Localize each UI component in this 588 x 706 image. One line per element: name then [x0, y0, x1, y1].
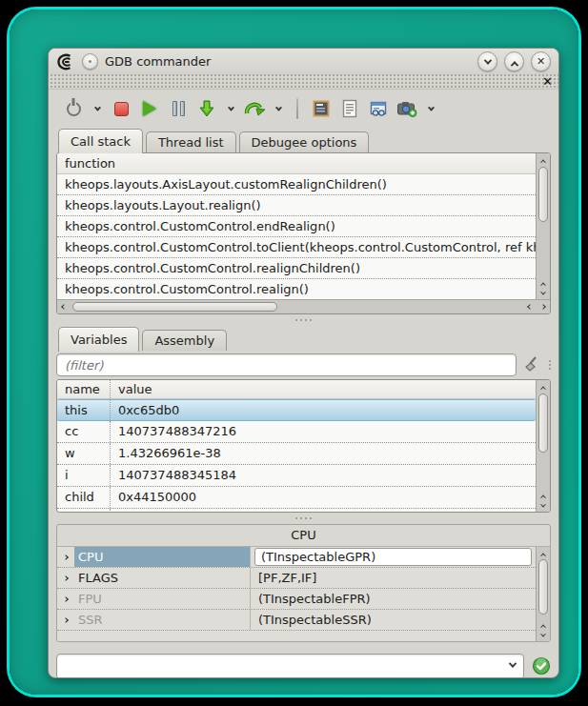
cpu-inspector-panel: CPU CPU(TInspectableGPR)FLAGS[PF,ZF,IF]F…: [56, 524, 551, 642]
variables-vscrollbar[interactable]: [536, 380, 550, 512]
scroll-thumb[interactable]: [72, 302, 277, 312]
gdb-command-combobox[interactable]: [56, 654, 524, 679]
callstack-tabbar: Call stackThread listDebugee options: [49, 128, 558, 152]
table-row[interactable]: CPU(TInspectableGPR): [57, 547, 536, 568]
tab-thread-list[interactable]: Thread list: [146, 131, 236, 152]
column-header-name[interactable]: name: [57, 380, 111, 398]
table-row[interactable]: FPU(TInspectableFPR): [57, 589, 536, 610]
expand-chevron-icon[interactable]: [57, 618, 74, 622]
dock-handle[interactable]: ✕: [49, 74, 558, 90]
camera-icon: [396, 99, 417, 118]
scroll-down-icon[interactable]: [537, 630, 550, 641]
table-row[interactable]: this0xc65db0: [57, 399, 536, 421]
close-button[interactable]: ✕: [531, 51, 551, 71]
table-row[interactable]: kheops.layouts.AxisLayout.customRealignC…: [57, 174, 536, 195]
cpu-vscrollbar[interactable]: [536, 547, 550, 641]
gdb-command-input[interactable]: [65, 658, 510, 675]
memory-view-button[interactable]: [310, 97, 333, 120]
pin-button[interactable]: [82, 53, 98, 70]
combobox-dropdown-icon[interactable]: [509, 659, 517, 667]
splitter-handle[interactable]: [49, 314, 558, 326]
scroll-right-icon[interactable]: [537, 301, 550, 313]
unshade-button[interactable]: [504, 51, 524, 71]
power-button[interactable]: [62, 97, 85, 120]
callstack-view: function kheops.layouts.AxisLayout.custo…: [57, 153, 536, 299]
scroll-thumb[interactable]: [538, 559, 548, 615]
callstack-hscrollbar[interactable]: [57, 299, 550, 313]
tab-variables[interactable]: Variables: [58, 327, 139, 352]
toolbar-separator: [296, 98, 298, 119]
table-row[interactable]: kheops.control.CustomControl.realignChil…: [57, 258, 536, 279]
column-header-value[interactable]: value: [111, 380, 152, 398]
window-title: GDB commander: [105, 54, 211, 69]
register-group-name: CPU: [74, 547, 251, 567]
table-row[interactable]: child0x44150000: [57, 487, 536, 509]
shade-button[interactable]: [477, 51, 497, 71]
step-over-dropdown-icon[interactable]: [272, 97, 285, 120]
log-button[interactable]: [338, 97, 361, 120]
variables-tabbar: VariablesAssembly: [49, 326, 558, 351]
execute-command-button[interactable]: [532, 656, 551, 676]
tab-call-stack[interactable]: Call stack: [58, 129, 143, 153]
table-row[interactable]: cc140737488347216: [57, 421, 536, 443]
variable-name: i: [57, 465, 111, 486]
table-row[interactable]: kheops.control.CustomControl.toClient(kh…: [57, 237, 536, 258]
table-row[interactable]: b1.43266961e-38: [57, 509, 536, 512]
scroll-thumb[interactable]: [538, 167, 548, 222]
table-row[interactable]: SSR(TInspectableSSR): [57, 610, 536, 631]
variable-value: 140737488347216: [111, 421, 236, 442]
scroll-up-icon[interactable]: [537, 547, 550, 558]
stop-button[interactable]: [110, 97, 132, 120]
variables-column-headers[interactable]: name value: [57, 380, 536, 399]
step-into-button[interactable]: [195, 97, 218, 120]
register-group-value[interactable]: (TInspectableGPR): [254, 548, 532, 566]
table-row[interactable]: kheops.control.CustomControl.endRealign(…: [57, 216, 536, 237]
dock-close-icon[interactable]: ✕: [542, 74, 553, 90]
scroll-up-icon[interactable]: [537, 489, 550, 500]
table-row[interactable]: w1.43266961e-38: [57, 443, 536, 465]
expand-chevron-icon[interactable]: [57, 555, 74, 559]
tab-debugee-options[interactable]: Debugee options: [239, 131, 370, 152]
scroll-left-icon[interactable]: [57, 301, 71, 313]
filter-row: [49, 351, 558, 379]
variable-value: 140737488345184: [111, 465, 236, 486]
callstack-panel: function kheops.layouts.AxisLayout.custo…: [56, 152, 551, 314]
watches-button[interactable]: [367, 97, 390, 120]
scroll-down-icon[interactable]: [537, 288, 550, 299]
expand-chevron-icon[interactable]: [57, 597, 74, 601]
callstack-column-header[interactable]: function: [57, 153, 536, 174]
variable-name: this: [57, 400, 111, 420]
debug-toolbar: [49, 90, 558, 128]
scroll-down-icon[interactable]: [537, 500, 550, 512]
snapshot-button[interactable]: [395, 97, 418, 120]
variable-name: child: [57, 487, 111, 508]
table-row[interactable]: kheops.layouts.Layout.realign(): [57, 195, 536, 216]
expand-chevron-icon[interactable]: [57, 576, 74, 580]
table-row[interactable]: FLAGS[PF,ZF,IF]: [57, 568, 536, 589]
snapshot-dropdown-icon[interactable]: [424, 97, 437, 120]
run-button[interactable]: [138, 97, 161, 120]
scroll-up-icon[interactable]: [537, 380, 550, 392]
clear-filter-broom-icon[interactable]: [522, 355, 541, 374]
resize-grip[interactable]: [549, 360, 551, 370]
register-group-name: FLAGS: [74, 568, 251, 588]
scroll-left-icon[interactable]: [523, 301, 537, 313]
callstack-vscrollbar[interactable]: [536, 153, 550, 299]
splitter-handle[interactable]: [49, 513, 558, 524]
titlebar: GDB commander ✕: [49, 49, 558, 74]
step-into-dropdown-icon[interactable]: [224, 97, 237, 120]
table-row[interactable]: kheops.control.CustomControl.realign(): [57, 279, 536, 299]
variables-view: name value this0xc65db0cc140737488347216…: [57, 380, 536, 512]
watches-icon: [369, 99, 388, 118]
table-row[interactable]: i140737488345184: [57, 465, 536, 487]
scroll-up-icon[interactable]: [537, 618, 550, 630]
scroll-up-icon[interactable]: [537, 153, 550, 165]
power-dropdown-icon[interactable]: [91, 97, 104, 120]
tab-assembly[interactable]: Assembly: [142, 330, 227, 351]
scroll-thumb[interactable]: [538, 393, 548, 453]
variable-name: b: [57, 509, 111, 512]
step-over-button[interactable]: [243, 97, 266, 120]
pause-button[interactable]: [167, 97, 190, 120]
filter-input[interactable]: [56, 353, 517, 376]
scroll-up-icon[interactable]: [537, 276, 550, 288]
